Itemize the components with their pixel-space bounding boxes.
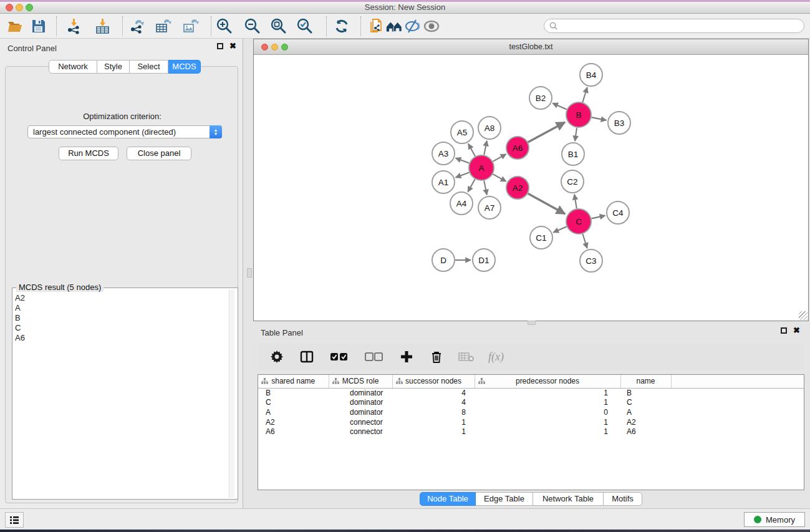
graph-node-D[interactable]: D — [432, 249, 455, 271]
column-header-shared-name[interactable]: shared name — [258, 375, 329, 388]
float-table-panel-icon[interactable] — [781, 327, 787, 334]
tab-network[interactable]: Network — [49, 60, 97, 74]
float-panel-icon[interactable] — [217, 43, 223, 49]
table-cell[interactable]: B — [258, 388, 329, 398]
graph-edge-C-C3[interactable] — [582, 234, 587, 248]
show-graphics-icon[interactable] — [423, 17, 440, 35]
function-builder-icon[interactable]: f(x) — [488, 351, 504, 364]
graph-node-A[interactable]: A — [469, 155, 494, 180]
tab-select[interactable]: Select — [130, 60, 168, 74]
table-row[interactable]: A2connector11A2 — [258, 417, 804, 427]
graph-edge-C-C4[interactable] — [592, 216, 605, 219]
table-cell[interactable]: connector — [329, 417, 392, 427]
graph-edge-A6-B[interactable] — [528, 122, 565, 142]
column-header-predecessor-nodes[interactable]: predecessor nodes — [475, 375, 620, 388]
table-cell[interactable]: 4 — [392, 398, 475, 408]
table-cell[interactable]: A — [620, 407, 671, 417]
run-mcds-button[interactable]: Run MCDS — [59, 147, 118, 160]
tab-edge-table[interactable]: Edge Table — [476, 492, 533, 506]
browser-home-icon[interactable] — [385, 17, 403, 35]
export-network-icon[interactable] — [128, 17, 146, 35]
zoom-out-icon[interactable] — [244, 17, 261, 35]
graph-node-A6[interactable]: A6 — [506, 137, 529, 159]
result-list-item[interactable]: C — [15, 323, 228, 333]
result-list-item[interactable]: A6 — [15, 333, 228, 343]
zoom-fit-icon[interactable] — [270, 17, 287, 35]
node-table[interactable]: shared nameMCDS rolesuccessor nodesprede… — [258, 374, 804, 490]
table-cell[interactable]: 1 — [392, 417, 475, 427]
graph-node-D1[interactable]: D1 — [473, 249, 495, 271]
result-scrollbar[interactable] — [229, 289, 234, 498]
table-cell[interactable]: 1 — [475, 417, 620, 427]
import-table-icon[interactable] — [94, 17, 111, 35]
deselect-all-rows-icon[interactable] — [364, 349, 385, 365]
table-cell[interactable]: C — [258, 398, 329, 408]
table-cell[interactable]: A — [258, 407, 329, 417]
tab-motifs[interactable]: Motifs — [604, 492, 642, 506]
frame-minimize-button[interactable] — [271, 44, 278, 51]
search-field[interactable] — [544, 19, 804, 33]
close-panel-button[interactable]: Close panel — [127, 147, 191, 160]
result-list-item[interactable]: A2 — [15, 293, 228, 303]
memory-button[interactable]: Memory — [744, 512, 805, 527]
graph-edge-A2-C[interactable] — [528, 193, 566, 214]
column-visibility-icon[interactable] — [299, 349, 315, 365]
close-table-panel-icon[interactable]: ✖ — [793, 327, 800, 334]
save-session-icon[interactable] — [30, 17, 47, 35]
graph-node-C1[interactable]: C1 — [530, 226, 552, 249]
graph-node-B[interactable]: B — [566, 102, 591, 127]
graph-edge-A-A1[interactable] — [456, 172, 470, 177]
clone-network-icon[interactable] — [368, 17, 385, 35]
table-cell[interactable]: 1 — [392, 427, 475, 437]
graph-node-A7[interactable]: A7 — [478, 196, 501, 219]
export-table-icon[interactable] — [155, 17, 172, 35]
graph-node-B1[interactable]: B1 — [562, 143, 584, 165]
table-cell[interactable]: dominator — [329, 398, 392, 408]
column-header-name[interactable]: name — [620, 375, 671, 388]
table-cell[interactable]: C — [620, 398, 671, 408]
task-history-button[interactable] — [5, 512, 24, 528]
tab-node-table[interactable]: Node Table — [420, 492, 476, 506]
graph-node-A5[interactable]: A5 — [451, 121, 473, 143]
graph-node-C[interactable]: C — [566, 209, 591, 234]
delete-column-icon[interactable] — [428, 349, 445, 365]
graph-edge-A-A5[interactable] — [468, 143, 475, 156]
graph-edge-A-A4[interactable] — [468, 179, 475, 191]
table-row[interactable]: Adominator80A — [258, 407, 804, 417]
frame-close-button[interactable] — [261, 44, 268, 51]
zoom-selected-icon[interactable] — [296, 17, 314, 35]
column-header-successor-nodes[interactable]: successor nodes — [392, 375, 475, 388]
graph-node-C4[interactable]: C4 — [607, 201, 629, 224]
optimization-criterion-dropdown[interactable]: largest connected component (directed) ▲… — [27, 125, 222, 138]
result-list-item[interactable]: A — [15, 303, 228, 313]
table-cell[interactable]: 4 — [392, 388, 475, 398]
table-cell[interactable]: dominator — [329, 388, 392, 398]
zoom-in-icon[interactable] — [216, 17, 233, 35]
refresh-icon[interactable] — [333, 17, 350, 35]
graph-node-A8[interactable]: A8 — [478, 117, 501, 139]
tab-style[interactable]: Style — [97, 60, 130, 74]
tab-network-table[interactable]: Network Table — [533, 492, 604, 506]
delete-table-icon[interactable] — [458, 349, 475, 365]
table-cell[interactable]: 1 — [475, 388, 620, 398]
table-cell[interactable]: A2 — [620, 417, 671, 427]
graph-node-C3[interactable]: C3 — [580, 249, 602, 272]
close-window-button[interactable] — [6, 4, 13, 11]
close-panel-icon[interactable]: ✖ — [229, 43, 236, 49]
network-canvas-svg[interactable]: B4B2BB3A8A5A6A3B1AA1C2A2A4A7C4CC1C3DD1 — [254, 55, 808, 321]
frame-resize-grip[interactable] — [799, 311, 808, 320]
tab-mcds[interactable]: MCDS — [168, 60, 201, 74]
graph-node-A4[interactable]: A4 — [450, 192, 473, 215]
table-row[interactable]: A6connector11A6 — [258, 427, 804, 437]
column-header-MCDS-role[interactable]: MCDS role — [329, 375, 392, 388]
graph-edge-A-A2[interactable] — [493, 174, 506, 181]
table-cell[interactable]: B — [620, 388, 671, 398]
network-window-titlebar[interactable]: testGlobe.txt — [254, 39, 808, 55]
graph-edge-A-A3[interactable] — [456, 158, 470, 163]
table-cell[interactable]: connector — [329, 427, 392, 437]
frame-maximize-button[interactable] — [281, 44, 288, 51]
table-row[interactable]: Bdominator41B — [258, 388, 804, 398]
table-options-gear-icon[interactable] — [269, 349, 285, 365]
table-cell[interactable]: 8 — [392, 407, 475, 417]
table-cell[interactable]: 0 — [475, 407, 620, 417]
